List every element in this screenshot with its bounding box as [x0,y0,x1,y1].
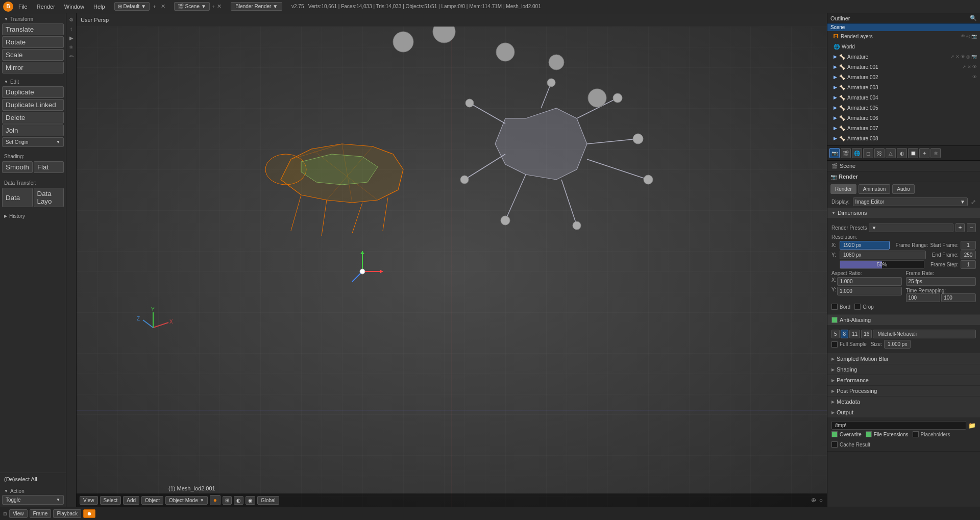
menu-help[interactable]: Help [91,3,107,11]
armature-camera-icon[interactable]: 📷 [971,54,977,59]
select-menu-btn[interactable]: Select [100,496,121,505]
history-header[interactable]: ▶ History [2,212,64,220]
armature-crossed-icon[interactable]: ✕ [955,54,960,59]
prop-icon-constraints[interactable]: ⛓ [874,148,885,158]
aa-btn-8[interactable]: 8 [841,330,849,338]
outliner-item-world[interactable]: 🌐 World [827,41,980,52]
crop-checkbox[interactable] [854,304,861,310]
side-tools-icon[interactable]: ⚙ [67,15,76,23]
transform-header[interactable]: ▼ Transform [2,15,64,23]
menu-window[interactable]: Window [62,3,86,11]
armature-restrict-icon[interactable]: ◎ [966,54,970,59]
timeline-corner-icon[interactable]: ⊞ [3,511,7,516]
prop-icon-particles[interactable]: ✦ [919,148,929,158]
aa-checkbox[interactable] [831,317,838,323]
render-tab-render[interactable]: Render [830,184,856,194]
engine-select-btn[interactable]: Blender Render ▼ [231,2,282,11]
timeline-view-btn[interactable]: View [9,509,28,518]
start-frame-input[interactable]: 1 [961,241,976,250]
output-path-input[interactable]: /tmp\ [831,421,966,430]
res-x-input[interactable]: 1920 px [840,241,890,250]
cache-result-checkbox[interactable] [831,441,838,448]
snap-btn[interactable]: ⊕ [810,496,817,505]
viewport-shade-mat[interactable]: ◐ [234,496,243,505]
prop-icon-physics[interactable]: ⚛ [930,148,941,158]
output-section[interactable]: ▶ Output [827,407,980,418]
action-toggle-btn[interactable]: Toggle ▼ [2,495,64,505]
aa-btn-11[interactable]: 11 [849,330,860,338]
data-layo-btn[interactable]: Data Layo [34,188,64,207]
outliner-item-armature004[interactable]: ▶ 🦴 Armature.004 [827,92,980,103]
outliner-item-renderlayers[interactable]: 🎞 RenderLayers 👁 ◎ 📷 [827,31,980,41]
deselect-all-btn[interactable]: (De)select All [2,475,64,483]
aspect-y-input[interactable]: 1.000 [837,287,902,295]
frame-step-input[interactable]: 1 [961,260,976,269]
renderlayers-restrict-icon[interactable]: ◎ [966,34,970,39]
screen-selector[interactable]: ⊞ Default ▼ [114,2,150,11]
post-processing-section[interactable]: ▶ Post Processing [827,386,980,397]
aa-btn-5[interactable]: 5 [831,330,840,338]
renderlayers-vis-icon[interactable]: 👁 [961,34,965,39]
translate-btn[interactable]: Translate [2,23,64,35]
scale-btn[interactable]: Scale [2,49,64,61]
scene-header-item[interactable]: Scene [827,23,980,31]
bord-checkbox[interactable] [831,304,838,310]
image-editor-select[interactable]: Image Editor ▼ [853,197,968,206]
set-origin-btn[interactable]: Set Origin ▼ [2,137,64,147]
viewport-shade-wire[interactable]: ⊞ [223,496,232,505]
render-tab-audio[interactable]: Audio [892,184,915,194]
edit-header[interactable]: ▼ Edit [2,78,64,86]
timeline-record-btn[interactable]: ⏺ [83,509,95,518]
timeline-playback-btn[interactable]: Playback [53,509,81,518]
presets-select[interactable]: ▼ [869,224,953,232]
object-menu-btn[interactable]: Object [141,496,163,505]
viewport-shade-solid[interactable]: ● [210,495,220,505]
fps-input[interactable]: 25 fps [906,277,976,286]
arm001-eye-icon[interactable]: 👁 [972,64,977,69]
duplicate-btn[interactable]: Duplicate [2,86,64,98]
presets-add-btn[interactable]: + [955,223,965,232]
prop-icon-world[interactable]: 🌐 [852,148,862,158]
percent-input[interactable]: 50% [840,260,924,269]
add-menu-btn[interactable]: Add [123,496,139,505]
side-relations-icon[interactable]: ↕ [67,24,76,33]
proportional-edit-btn[interactable]: ○ [818,496,824,505]
viewport-shade-render[interactable]: ◉ [246,496,255,505]
view-menu-btn[interactable]: View [80,496,98,505]
prop-icon-render[interactable]: 📷 [829,148,840,158]
mode-select-btn[interactable]: Object Mode ▼ [165,496,208,505]
armature-arrow-icon[interactable]: ↗ [950,54,954,59]
transform-global-btn[interactable]: Global [257,496,279,505]
outliner-item-armature002[interactable]: ▶ 🦴 Armature.002 👁 [827,72,980,82]
action-header[interactable]: ▼ Action [2,487,64,495]
outliner-item-armature001[interactable]: ▶ 🦴 Armature.001 ↗ ✕ 👁 [827,62,980,72]
join-btn[interactable]: Join [2,125,64,136]
aa-filter-select[interactable]: Mitchell-Netravali [873,330,976,338]
delete-btn[interactable]: Delete [2,112,64,123]
add-scene[interactable]: + [212,4,215,10]
side-physics-icon[interactable]: ⚛ [67,43,76,51]
dimensions-header[interactable]: ▼ Dimensions [827,208,980,218]
overwrite-checkbox[interactable] [831,431,838,437]
file-ext-checkbox[interactable] [866,431,872,437]
arm001-arrow-icon[interactable]: ↗ [962,64,966,69]
full-sample-checkbox[interactable] [831,341,838,348]
outliner-item-armature005[interactable]: ▶ 🦴 Armature.005 [827,103,980,113]
size-input[interactable]: 1.000 px [884,340,911,349]
time-old-input[interactable]: 100 [906,293,941,302]
menu-render[interactable]: Render [35,3,57,11]
performance-section[interactable]: ▶ Performance [827,375,980,386]
duplicate-linked-btn[interactable]: Duplicate Linked [2,99,64,111]
sampled-motion-blur-section[interactable]: ▶ Sampled Motion Blur [827,354,980,364]
menu-file[interactable]: File [16,3,30,11]
prop-icon-scene[interactable]: 🎬 [841,148,851,158]
outliner-item-armature008[interactable]: ▶ 🦴 Armature.008 [827,133,980,143]
outliner-item-armature003[interactable]: ▶ 🦴 Armature.003 [827,82,980,92]
scene-select-btn[interactable]: 🎬 Scene ▼ [174,2,210,11]
end-frame-input[interactable]: 250 [961,251,976,259]
aspect-x-input[interactable]: 1.000 [837,277,901,286]
metadata-section[interactable]: ▶ Metadata [827,397,980,407]
placeholders-checkbox[interactable] [913,431,919,437]
presets-remove-btn[interactable]: − [967,223,976,232]
render-tab-animation[interactable]: Animation [859,184,890,194]
